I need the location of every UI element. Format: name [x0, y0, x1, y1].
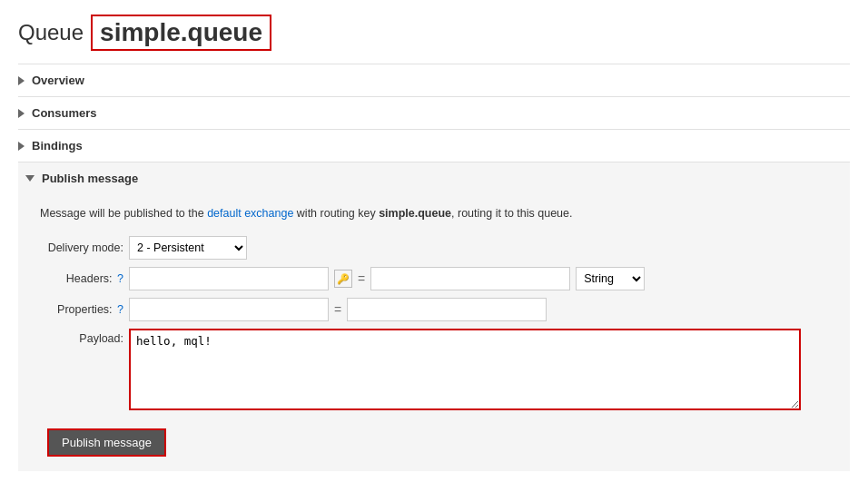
publish-message-arrow-icon	[25, 175, 35, 182]
publish-message-section-header[interactable]: Publish message	[18, 162, 850, 194]
info-text-middle: with routing key	[293, 207, 379, 220]
info-routing-key: simple.queue	[379, 207, 451, 220]
overview-section: Overview	[18, 64, 850, 96]
bindings-section: Bindings	[18, 129, 850, 162]
headers-value-input[interactable]	[370, 267, 570, 290]
page-title: Queue simple.queue	[18, 15, 850, 51]
publish-button-container: Publish message	[33, 418, 850, 457]
payload-textarea[interactable]: hello, mql!	[129, 329, 801, 410]
headers-label: Headers: ?	[33, 272, 123, 285]
bindings-section-header[interactable]: Bindings	[18, 130, 850, 162]
consumers-arrow-icon	[18, 109, 25, 118]
delivery-mode-label: Delivery mode:	[33, 241, 123, 254]
delivery-mode-row: Delivery mode: 1 - Non-persistent 2 - Pe…	[33, 236, 850, 260]
bindings-arrow-icon	[18, 142, 25, 151]
publish-message-button[interactable]: Publish message	[47, 428, 166, 457]
properties-key-input[interactable]	[129, 298, 329, 321]
headers-type-select[interactable]: String Integer Boolean	[576, 267, 645, 290]
properties-value-input[interactable]	[347, 298, 547, 321]
delivery-mode-select[interactable]: 1 - Non-persistent 2 - Persistent	[129, 236, 247, 260]
properties-label: Properties: ?	[33, 303, 123, 316]
headers-eq-sign: =	[358, 271, 365, 286]
publish-message-label: Publish message	[42, 172, 138, 185]
queue-name: simple.queue	[91, 15, 271, 51]
properties-help[interactable]: ?	[117, 303, 123, 316]
headers-key-icon[interactable]: 🔑	[334, 270, 352, 288]
headers-row: Headers: ? 🔑 = String Integer Boolean	[33, 267, 850, 290]
publish-message-body: Message will be published to the default…	[18, 194, 850, 471]
payload-label: Payload:	[33, 329, 123, 345]
properties-row: Properties: ? =	[33, 298, 850, 321]
consumers-label: Consumers	[32, 106, 97, 120]
publish-message-section: Publish message Message will be publishe…	[18, 162, 850, 471]
default-exchange-link[interactable]: default exchange	[207, 207, 293, 220]
info-text-before: Message will be published to the	[40, 207, 207, 220]
bindings-label: Bindings	[32, 139, 83, 153]
publish-info-text: Message will be published to the default…	[33, 202, 850, 225]
headers-help[interactable]: ?	[117, 272, 123, 285]
properties-eq-sign: =	[334, 302, 341, 317]
payload-row: Payload: hello, mql!	[33, 329, 850, 410]
info-text-after: , routing it to this queue.	[451, 207, 572, 220]
title-prefix: Queue	[18, 20, 84, 45]
overview-label: Overview	[32, 74, 84, 87]
headers-key-input[interactable]	[129, 267, 329, 290]
consumers-section: Consumers	[18, 96, 850, 129]
overview-arrow-icon	[18, 76, 25, 85]
consumers-section-header[interactable]: Consumers	[18, 97, 850, 129]
overview-section-header[interactable]: Overview	[18, 64, 850, 96]
